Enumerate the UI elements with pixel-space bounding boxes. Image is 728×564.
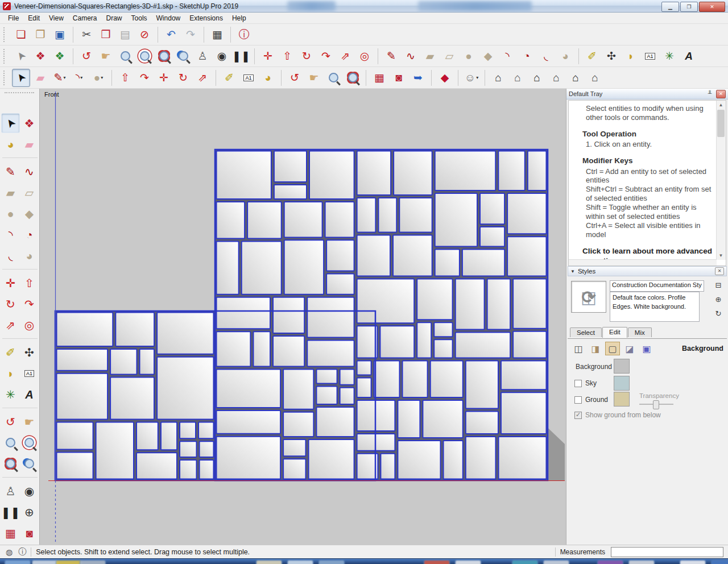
taskbar-icon[interactable] <box>455 560 481 564</box>
zoom-window-button[interactable] <box>135 47 154 65</box>
create-new-style-icon[interactable]: ⊕ <box>715 295 722 304</box>
view-left-button[interactable]: ⌂ <box>586 69 604 87</box>
rectangle-button[interactable]: ▰ <box>1 183 20 202</box>
move-button[interactable]: ✛ <box>155 69 173 87</box>
look-around-button[interactable]: ◉ <box>213 47 231 65</box>
eraser-button[interactable]: ▰ <box>31 69 49 87</box>
select-tool-button[interactable]: ➤ <box>12 47 30 65</box>
instructor-scrollbar[interactable]: ▲ ▼ <box>716 101 726 260</box>
arc-2pt-button[interactable]: ◝ <box>1 225 20 244</box>
position-camera-button[interactable]: ♙ <box>1 481 20 501</box>
zoom-button[interactable] <box>1 433 20 453</box>
rotated-rectangle-button[interactable]: ▱ <box>440 47 458 65</box>
taskbar-icon[interactable] <box>5 560 31 564</box>
extension-manager-button[interactable]: ◆ <box>436 69 454 87</box>
taskbar-icon[interactable] <box>256 560 282 564</box>
push-pull-button[interactable]: ⇧ <box>20 273 39 293</box>
styles-close-icon[interactable]: ✕ <box>715 267 724 275</box>
update-style-icon[interactable]: ↻ <box>715 309 722 318</box>
model-canvas[interactable]: Front <box>40 89 566 545</box>
tape-measure-button[interactable]: ✐ <box>220 69 238 87</box>
3d-text-button[interactable]: A <box>20 384 39 404</box>
windows-taskbar[interactable] <box>0 558 728 564</box>
extension-warehouse-button[interactable]: ◙ <box>20 523 39 543</box>
paint-bucket-button[interactable]: ◕ <box>1 134 20 154</box>
dimension-button[interactable]: ✣ <box>20 342 39 362</box>
move-button[interactable]: ✛ <box>1 273 20 293</box>
protractor-button[interactable]: ◗ <box>622 47 640 65</box>
pan-button[interactable]: ☛ <box>97 47 115 65</box>
extension-warehouse-button[interactable]: ◙ <box>390 69 408 87</box>
pie-button[interactable]: ◔ <box>518 47 536 65</box>
sky-color-swatch[interactable] <box>614 376 630 391</box>
display-secondary-pane-icon[interactable]: ⊟ <box>715 281 722 289</box>
pie-button[interactable]: ◔ <box>20 225 39 244</box>
walk-button[interactable]: ❚❚ <box>1 502 20 522</box>
menu-window[interactable]: Window <box>152 13 185 23</box>
arc-3pt-button[interactable]: ◟ <box>1 246 20 266</box>
credits-icon[interactable]: ⓘ <box>18 547 26 557</box>
face-style-button[interactable]: ◨ <box>588 342 603 355</box>
zoom-button[interactable] <box>116 47 134 65</box>
protractor-button[interactable]: ◗ <box>1 363 20 383</box>
style-description-input[interactable]: Default face colors. Profile Edges. Whit… <box>610 292 700 322</box>
zoom-extents-button[interactable] <box>344 69 362 87</box>
zoom-button[interactable] <box>324 69 342 87</box>
new-button[interactable]: ❏ <box>12 26 30 44</box>
taskbar-icon[interactable] <box>680 560 706 564</box>
section-plane-button[interactable]: ⊕ <box>20 502 39 522</box>
push-pull-button[interactable]: ⇧ <box>116 69 134 87</box>
menu-view[interactable]: View <box>44 13 68 23</box>
undo-button[interactable]: ↶ <box>162 26 180 44</box>
account-button[interactable]: ☺▾ <box>462 69 481 87</box>
text-button[interactable] <box>641 47 659 65</box>
scale-button[interactable]: ⇗ <box>1 315 20 335</box>
model-drawing[interactable] <box>40 89 566 545</box>
taskbar-icon[interactable] <box>711 560 728 564</box>
walk-button[interactable]: ❚❚ <box>232 47 250 65</box>
freehand-button[interactable]: ∿ <box>402 47 420 65</box>
edge-style-button[interactable]: ◫ <box>571 342 586 355</box>
measurements-input[interactable] <box>611 547 723 557</box>
style-thumbnail[interactable]: ◫ ⟳ <box>571 281 606 313</box>
collapse-arrow-icon[interactable]: ▼ <box>570 269 575 274</box>
copy-button[interactable]: ❒ <box>97 26 115 44</box>
taskbar-icon[interactable] <box>512 560 538 564</box>
redo-button[interactable]: ↷ <box>181 26 200 44</box>
taskbar-icon[interactable] <box>543 560 569 564</box>
restore-button[interactable]: ❐ <box>680 2 698 12</box>
style-name-input[interactable]: Construction Documentation Sty <box>610 280 704 292</box>
orbit-button[interactable]: ↺ <box>77 47 96 65</box>
tab-mix[interactable]: Mix <box>628 327 652 337</box>
rotate-button[interactable]: ↻ <box>297 47 316 65</box>
menu-draw[interactable]: Draw <box>102 13 127 23</box>
polygon-button[interactable]: ◆ <box>479 47 497 65</box>
rotate-button[interactable]: ↻ <box>1 294 20 314</box>
taskbar-icon[interactable] <box>32 560 58 564</box>
tray-close-icon[interactable]: ✕ <box>716 90 726 98</box>
menu-extensions[interactable]: Extensions <box>185 13 228 23</box>
watermark-style-button[interactable]: ◪ <box>622 342 637 355</box>
taskbar-icon[interactable] <box>628 560 655 564</box>
erase-button[interactable]: ⊘ <box>135 26 154 44</box>
text-button[interactable] <box>239 69 258 87</box>
follow-me-button[interactable]: ↷ <box>20 294 39 314</box>
menu-camera[interactable]: Camera <box>68 13 102 23</box>
ground-color-swatch[interactable] <box>614 392 630 407</box>
cut-button[interactable]: ✂ <box>77 26 96 44</box>
taskbar-icon[interactable] <box>287 560 313 564</box>
look-around-button[interactable]: ◉ <box>20 481 39 501</box>
dimension-button[interactable]: ✣ <box>602 47 621 65</box>
menu-tools[interactable]: Tools <box>127 13 152 23</box>
menu-edit[interactable]: Edit <box>23 13 44 23</box>
send-to-layout-button[interactable]: ➥ <box>409 69 427 87</box>
modeling-style-button[interactable]: ▣ <box>639 342 654 355</box>
tab-edit[interactable]: Edit <box>602 327 627 338</box>
3d-warehouse-button[interactable]: ▦ <box>1 523 20 543</box>
arc-filled-button[interactable]: ◕ <box>20 246 39 266</box>
rotated-rectangle-button[interactable]: ▱ <box>20 183 39 202</box>
pin-icon[interactable]: ╨ <box>705 90 714 98</box>
view-iso-button[interactable]: ⌂ <box>489 69 507 87</box>
pan-button[interactable]: ☛ <box>20 412 39 432</box>
3d-warehouse-button[interactable]: ▦ <box>370 69 388 87</box>
